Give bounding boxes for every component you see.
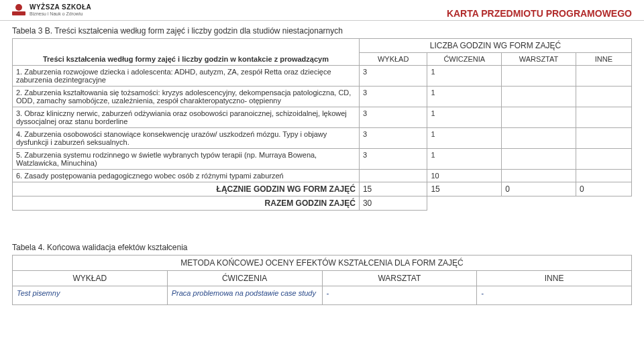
row-c2: 1 bbox=[427, 87, 502, 107]
row-c1: 3 bbox=[359, 107, 427, 128]
row-num: 2. bbox=[16, 89, 22, 97]
row-c4 bbox=[576, 170, 631, 182]
table-row: 6. Zasady postępowania pedagogicznego wo… bbox=[13, 170, 632, 182]
row-c1 bbox=[359, 170, 427, 182]
row-c4 bbox=[576, 87, 631, 107]
logo-icon bbox=[12, 4, 25, 15]
row-text: Zaburzenia kształtowania się tożsamości:… bbox=[16, 89, 351, 105]
table3-col-cwiczenia: ĆWICZENIA bbox=[427, 53, 502, 66]
table4-col-wyklad: WYKŁAD bbox=[13, 271, 168, 286]
row-text: Zaburzenia rozwojowe dziecka i adolescen… bbox=[16, 68, 331, 84]
table-row: 1. Zaburzenia rozwojowe dziecka i adoles… bbox=[13, 66, 632, 87]
row-c3 bbox=[502, 170, 576, 182]
table3: Treści kształcenia według formy zajęć i … bbox=[12, 38, 632, 211]
table3-col-warsztat: WARSZTAT bbox=[502, 53, 576, 66]
page-title: KARTA PRZEDMIOTU PROGRAMOWEGO bbox=[447, 4, 632, 19]
grand-label: RAZEM GODZIN ZAJĘĆ bbox=[13, 196, 360, 211]
row-c3 bbox=[502, 149, 576, 170]
row-c1: 3 bbox=[359, 128, 427, 149]
row-c2: 10 bbox=[427, 170, 502, 182]
totals-c3: 0 bbox=[502, 182, 576, 196]
table3-group-header: LICZBA GODZIN WG FORM ZAJĘĆ bbox=[359, 39, 631, 53]
totals-c2: 15 bbox=[427, 182, 502, 196]
row-num: 1. bbox=[16, 68, 22, 76]
row-c2: 1 bbox=[427, 128, 502, 149]
grand-value: 30 bbox=[359, 196, 427, 211]
row-c3 bbox=[502, 107, 576, 128]
row-c1: 3 bbox=[359, 66, 427, 87]
table4-col-warsztat: WARSZTAT bbox=[322, 271, 477, 286]
page-header: WYŻSZA SZKOŁA Biznesu i Nauk o Zdrowiu K… bbox=[0, 0, 644, 21]
table4-banner: METODA KOŃCOWEJ OCENY EFEKTÓW KSZTAŁCENI… bbox=[13, 256, 632, 271]
table-row: 4. Zaburzenia osobowości stanowiące kons… bbox=[13, 128, 632, 149]
table3-grand-row: RAZEM GODZIN ZAJĘĆ 30 bbox=[13, 196, 632, 211]
row-c2: 1 bbox=[427, 66, 502, 87]
table4-val-wyklad: Test pisemny bbox=[13, 286, 168, 305]
table3-col-inne: INNE bbox=[576, 53, 631, 66]
table3-subtitle: Treści kształcenia według formy zajęć i … bbox=[43, 55, 329, 63]
row-text: Zaburzenia systemu rodzinnego w świetle … bbox=[16, 151, 317, 167]
row-c1: 3 bbox=[359, 149, 427, 170]
row-num: 4. bbox=[16, 130, 22, 138]
row-c4 bbox=[576, 107, 631, 128]
totals-c1: 15 bbox=[359, 182, 427, 196]
row-text: Zaburzenia osobowości stanowiące konsekw… bbox=[16, 130, 327, 146]
table4-val-cwiczenia: Praca problemowa na podstawie case study bbox=[167, 286, 322, 305]
table4-col-cwiczenia: ĆWICZENIA bbox=[167, 271, 322, 286]
table4-val-inne: - bbox=[477, 286, 632, 305]
row-num: 3. bbox=[16, 109, 22, 117]
row-text: Obraz kliniczny nerwic, zaburzeń odżywia… bbox=[16, 109, 347, 125]
table3-caption: Tabela 3 B. Treści kształcenia według fo… bbox=[12, 26, 632, 36]
row-num: 6. bbox=[16, 172, 22, 180]
row-c3 bbox=[502, 128, 576, 149]
table3-totals-row: ŁĄCZNIE GODZIN WG FORM ZAJĘĆ 15 15 0 0 bbox=[13, 182, 632, 196]
row-c4 bbox=[576, 66, 631, 87]
totals-c4: 0 bbox=[576, 182, 631, 196]
totals-label: ŁĄCZNIE GODZIN WG FORM ZAJĘĆ bbox=[13, 182, 360, 196]
table-row: 5. Zaburzenia systemu rodzinnego w świet… bbox=[13, 149, 632, 170]
row-num: 5. bbox=[16, 151, 22, 159]
row-c4 bbox=[576, 128, 631, 149]
row-text: Zasady postępowania pedagogicznego wobec… bbox=[24, 172, 283, 180]
table-row: 2. Zaburzenia kształtowania się tożsamoś… bbox=[13, 87, 632, 107]
table4-val-warsztat: - bbox=[322, 286, 477, 305]
table3-col-wyklad: WYKŁAD bbox=[359, 53, 427, 66]
table4-caption: Tabela 4. Końcowa walidacja efektów kszt… bbox=[12, 243, 632, 252]
row-c3 bbox=[502, 87, 576, 107]
table4: METODA KOŃCOWEJ OCENY EFEKTÓW KSZTAŁCENI… bbox=[12, 255, 632, 305]
table4-col-inne: INNE bbox=[477, 271, 632, 286]
logo-line2: Biznesu i Nauk o Zdrowiu bbox=[30, 11, 91, 16]
logo: WYŻSZA SZKOŁA Biznesu i Nauk o Zdrowiu bbox=[12, 4, 91, 16]
row-c2: 1 bbox=[427, 107, 502, 128]
logo-line1: WYŻSZA SZKOŁA bbox=[30, 4, 91, 11]
row-c3 bbox=[502, 66, 576, 87]
row-c1: 3 bbox=[359, 87, 427, 107]
row-c4 bbox=[576, 149, 631, 170]
table-row: 3. Obraz kliniczny nerwic, zaburzeń odży… bbox=[13, 107, 632, 128]
row-c2: 1 bbox=[427, 149, 502, 170]
